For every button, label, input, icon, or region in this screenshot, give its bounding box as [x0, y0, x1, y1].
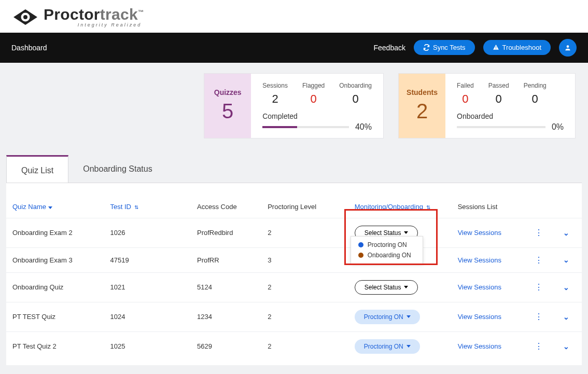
dropdown-proctoring-label: Proctoring ON — [368, 241, 407, 248]
brown-dot-icon — [358, 253, 363, 258]
col-proctoring-level: Proctoring Level — [261, 198, 348, 218]
view-sessions-link[interactable]: View Sessions — [458, 256, 501, 264]
cell-status: Proctoring ON — [348, 331, 452, 361]
brand-part1: Proctor — [44, 6, 100, 23]
cell-proctoring-level: 2 — [261, 331, 348, 361]
cell-test-id: 47519 — [104, 247, 191, 272]
onboarded-pct: 0% — [552, 122, 564, 132]
proctoring-on-pill[interactable]: Proctoring ON — [355, 339, 420, 354]
cell-access-code: 5629 — [191, 331, 261, 361]
troubleshoot-label: Troubleshoot — [502, 44, 541, 51]
row-actions-menu[interactable]: ⋮ — [534, 341, 544, 351]
onboarding-val: 0 — [339, 92, 372, 106]
sessions-hdr: Sessions — [262, 82, 288, 89]
table-row: Onboarding Exam 3 47519 ProfRR 3 View Se… — [6, 247, 582, 272]
passed-hdr: Passed — [488, 82, 509, 89]
troubleshoot-button[interactable]: Troubleshoot — [483, 40, 551, 55]
svg-rect-3 — [496, 48, 496, 49]
tab-quiz-list[interactable]: Quiz List — [6, 155, 68, 183]
cell-expand: ⌄ — [555, 247, 582, 272]
row-actions-menu[interactable]: ⋮ — [534, 255, 544, 265]
passed-val: 0 — [488, 92, 509, 106]
user-button[interactable] — [559, 39, 577, 57]
expand-row[interactable]: ⌄ — [561, 342, 571, 351]
cell-sessions: View Sessions — [452, 218, 528, 247]
stat-row: Quizzes 5 Sessions2 Flagged0 Onboarding0… — [0, 63, 588, 155]
dropdown-onboarding-label: Onboarding ON — [368, 252, 411, 259]
passed-stat: Passed0 — [488, 82, 509, 106]
trademark: ™ — [138, 9, 144, 15]
cell-proctoring-level: 2 — [261, 302, 348, 331]
cell-quiz-name: Onboarding Exam 2 — [6, 218, 104, 247]
col-monitoring-label: Monitoring/Onboarding — [355, 203, 423, 211]
cell-actions: ⋮ — [527, 247, 554, 272]
col-sessions-list: Sessions List — [452, 198, 528, 218]
cell-sessions: View Sessions — [452, 247, 528, 272]
proctoring-on-pill[interactable]: Proctoring ON — [355, 310, 420, 324]
select-status-button[interactable]: Select Status — [355, 280, 418, 295]
expand-row[interactable]: ⌄ — [561, 229, 571, 237]
cell-actions: ⋮ — [527, 218, 554, 247]
students-card: Students 2 Failed0 Passed0 Pending0 Onbo… — [398, 73, 576, 138]
view-sessions-link[interactable]: View Sessions — [458, 313, 501, 321]
sync-icon — [423, 44, 430, 51]
expand-row[interactable]: ⌄ — [561, 283, 571, 292]
flagged-hdr: Flagged — [302, 82, 325, 89]
tab-onboarding-status[interactable]: Onboarding Status — [68, 155, 166, 183]
cell-proctoring-level: 2 — [261, 218, 348, 247]
row-actions-menu[interactable]: ⋮ — [534, 282, 544, 292]
pending-val: 0 — [524, 92, 547, 106]
brand-tagline: Integrity Realized — [44, 22, 144, 27]
expand-row[interactable]: ⌄ — [561, 256, 571, 264]
table-row: PT Test Quiz 2 1025 5629 2 Proctoring ON… — [6, 331, 582, 361]
logo-text: Proctortrack™ Integrity Realized — [44, 7, 144, 27]
status-dropdown: Proctoring ON Onboarding ON — [351, 236, 423, 264]
nav-dashboard[interactable]: Dashboard — [11, 44, 47, 52]
row-actions-menu[interactable]: ⋮ — [534, 312, 544, 322]
cell-expand: ⌄ — [555, 331, 582, 361]
failed-stat: Failed0 — [457, 82, 474, 106]
sessions-val: 2 — [262, 92, 288, 106]
logo-bar: Proctortrack™ Integrity Realized — [0, 0, 588, 33]
cell-test-id: 1024 — [104, 302, 191, 331]
completed-pct: 40% — [355, 122, 372, 132]
sessions-stat: Sessions2 — [262, 82, 288, 106]
col-monitoring[interactable]: Monitoring/Onboarding ⇅ — [348, 198, 452, 218]
cell-actions: ⋮ — [527, 331, 554, 361]
view-sessions-link[interactable]: View Sessions — [458, 342, 501, 350]
blue-dot-icon — [358, 242, 363, 247]
col-test-id-label: Test ID — [110, 203, 131, 211]
quizzes-label: Quizzes — [214, 88, 242, 96]
caret-down-icon — [407, 315, 411, 318]
sync-label: Sync Tests — [433, 44, 466, 51]
cell-expand: ⌄ — [555, 218, 582, 247]
col-quiz-name[interactable]: Quiz Name — [6, 198, 104, 218]
col-access-code: Access Code — [191, 198, 261, 218]
table-row: PT TEST Quiz 1024 1234 2 Proctoring ON V… — [6, 302, 582, 331]
sync-tests-button[interactable]: Sync Tests — [414, 40, 475, 55]
cell-test-id: 1026 — [104, 218, 191, 247]
cell-access-code: ProfRR — [191, 247, 261, 272]
tabs: Quiz List Onboarding Status — [6, 155, 582, 183]
dropdown-onboarding-on[interactable]: Onboarding ON — [358, 250, 415, 260]
col-test-id[interactable]: Test ID ⇅ — [104, 198, 191, 218]
view-sessions-link[interactable]: View Sessions — [458, 229, 501, 237]
onboarding-hdr: Onboarding — [339, 82, 372, 89]
sort-desc-icon — [48, 206, 52, 209]
cell-status: Proctoring ON — [348, 302, 452, 331]
completed-label: Completed — [262, 112, 372, 120]
cell-access-code: 5124 — [191, 272, 261, 302]
nav-feedback[interactable]: Feedback — [373, 44, 405, 52]
dropdown-proctoring-on[interactable]: Proctoring ON — [358, 240, 415, 250]
svg-point-1 — [23, 15, 27, 19]
brand-part2: track — [100, 6, 138, 23]
pending-hdr: Pending — [524, 82, 547, 89]
expand-row[interactable]: ⌄ — [561, 313, 571, 321]
quiz-table-wrap: Quiz Name Test ID ⇅ Access Code Proctori… — [6, 183, 582, 365]
cell-test-id: 1021 — [104, 272, 191, 302]
view-sessions-link[interactable]: View Sessions — [458, 283, 501, 291]
cell-sessions: View Sessions — [452, 272, 528, 302]
cell-status: Select Status — [348, 272, 452, 302]
row-actions-menu[interactable]: ⋮ — [534, 228, 544, 238]
quizzes-count: 5 — [222, 100, 233, 123]
